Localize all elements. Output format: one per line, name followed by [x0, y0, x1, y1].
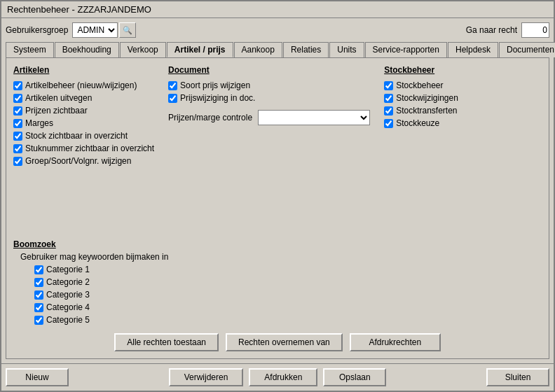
sluiten-button[interactable]: Sluiten [486, 368, 549, 386]
stockbeheer-check-3[interactable] [384, 119, 393, 128]
prijzen-marge-select[interactable] [258, 110, 370, 125]
artikelen-item-4[interactable]: Stock zichtbaar in overzicht [13, 131, 154, 141]
footer-bar: Nieuw Verwijderen Afdrukken Opslaan Slui… [1, 363, 554, 391]
artikelen-check-1[interactable] [13, 94, 22, 103]
document-check-1[interactable] [168, 94, 177, 103]
main-panel: Artikelen Artikelbeheer (nieuw/wijzigen)… [6, 57, 549, 359]
stockbeheer-column: Stockbeheer Stockbeheer Stockwijzigingen… [384, 65, 458, 231]
tab-helpdesk[interactable]: Helpdesk [448, 42, 498, 57]
afdrukken-button[interactable]: Afdrukken [249, 368, 317, 386]
boomzoek-check-3[interactable] [34, 303, 43, 312]
stockbeheer-item-1[interactable]: Stockwijzigingen [384, 93, 458, 103]
right-align: Ga naar recht [466, 22, 549, 38]
boomzoek-item-0[interactable]: Categorie 1 [34, 265, 542, 274]
prijzen-marge-row: Prijzen/marge controle [168, 110, 370, 125]
stockbeheer-item-2[interactable]: Stocktransferten [384, 106, 458, 115]
boomzoek-item-1[interactable]: Categorie 2 [34, 277, 542, 287]
boomzoek-subtitle: Gebruiker mag keywoorden bijmaken in [20, 252, 542, 262]
artikelen-item-3[interactable]: Marges [13, 118, 154, 128]
bottom-buttons: Alle rechten toestaan Rechten overnemen … [13, 333, 542, 351]
gebruikersgroep-select[interactable]: ADMIN [72, 22, 118, 38]
top-row: Gebruikersgroep ADMIN 🔍 Ga naar recht [6, 22, 549, 38]
boomzoek-check-2[interactable] [34, 290, 43, 300]
content-area: Gebruikersgroep ADMIN 🔍 Ga naar recht Sy… [1, 18, 554, 363]
artikelen-column: Artikelen Artikelbeheer (nieuw/wijzigen)… [13, 65, 154, 231]
artikelen-item-5[interactable]: Stuknummer zichtbaar in overzicht [13, 144, 154, 153]
opslaan-button[interactable]: Opslaan [323, 368, 386, 386]
boomzoek-items: Categorie 1 Categorie 2 Categorie 3 Cate… [34, 265, 542, 325]
tab-artikel-prijs[interactable]: Artikel / prijs [167, 42, 233, 57]
boomzoek-check-4[interactable] [34, 316, 43, 325]
gebruikersgroep-label: Gebruikersgroep [6, 25, 68, 35]
document-check-0[interactable] [168, 81, 177, 90]
tab-relaties[interactable]: Relaties [283, 42, 329, 57]
verwijderen-button[interactable]: Verwijderen [169, 368, 244, 386]
boomzoek-check-0[interactable] [34, 265, 43, 274]
artikelen-check-2[interactable] [13, 106, 22, 115]
boomzoek-section: Boomzoek Gebruiker mag keywoorden bijmak… [13, 239, 542, 325]
boomzoek-item-3[interactable]: Categorie 4 [34, 302, 542, 312]
search-button[interactable]: 🔍 [119, 22, 136, 38]
tabs-row: Systeem Boekhouding Verkoop Artikel / pr… [6, 42, 549, 57]
document-item-0[interactable]: Soort prijs wijzigen [168, 80, 370, 90]
artikelen-check-4[interactable] [13, 132, 22, 141]
ga-naar-recht-label: Ga naar recht [466, 25, 517, 35]
tab-documenten[interactable]: Documenten [499, 42, 555, 57]
document-item-1[interactable]: Prijswijziging in doc. [168, 93, 370, 103]
tab-aankoop[interactable]: Aankoop [234, 42, 282, 57]
boomzoek-item-2[interactable]: Categorie 3 [34, 290, 542, 300]
stockbeheer-item-3[interactable]: Stockkeuze [384, 118, 458, 128]
boomzoek-check-1[interactable] [34, 278, 43, 287]
stockbeheer-item-0[interactable]: Stockbeheer [384, 80, 458, 90]
alle-rechten-button[interactable]: Alle rechten toestaan [114, 333, 219, 351]
nieuw-button[interactable]: Nieuw [6, 368, 69, 386]
tab-verkoop[interactable]: Verkoop [120, 42, 166, 57]
gebruikersgroep-container: ADMIN 🔍 [72, 22, 136, 38]
stockbeheer-check-0[interactable] [384, 81, 393, 90]
afdrukrechten-button[interactable]: Afdrukrechten [350, 333, 441, 351]
artikelen-header: Artikelen [13, 65, 154, 75]
boomzoek-title: Boomzoek [13, 239, 542, 249]
stockbeheer-header: Stockbeheer [384, 65, 458, 75]
artikelen-check-3[interactable] [13, 119, 22, 128]
prijzen-marge-label: Prijzen/marge controle [168, 113, 252, 122]
tab-boekhouding[interactable]: Boekhouding [55, 42, 119, 57]
artikelen-check-5[interactable] [13, 144, 22, 153]
document-header: Document [168, 65, 370, 75]
document-column: Document Soort prijs wijzigen Prijswijzi… [168, 65, 370, 231]
title-bar: Rechtenbeheer - ZZZARJANDEMO [1, 1, 554, 18]
artikelen-item-2[interactable]: Prijzen zichtbaar [13, 106, 154, 115]
stockbeheer-check-1[interactable] [384, 94, 393, 103]
tab-service-rapporten[interactable]: Service-rapporten [365, 42, 447, 57]
main-window: Rechtenbeheer - ZZZARJANDEMO Gebruikersg… [0, 0, 555, 392]
window-title: Rechtenbeheer - ZZZARJANDEMO [7, 4, 151, 15]
ga-naar-recht-input[interactable] [521, 22, 549, 38]
permissions-grid: Artikelen Artikelbeheer (nieuw/wijzigen)… [13, 65, 542, 231]
rechten-overnemen-button[interactable]: Rechten overnemen van [226, 333, 343, 351]
artikelen-item-6[interactable]: Groep/Soort/Volgnr. wijzigen [13, 156, 154, 166]
artikelen-check-6[interactable] [13, 157, 22, 166]
artikelen-check-0[interactable] [13, 81, 22, 90]
stockbeheer-check-2[interactable] [384, 106, 393, 115]
tab-systeem[interactable]: Systeem [6, 42, 54, 57]
artikelen-item-1[interactable]: Artikelen uitvegen [13, 93, 154, 103]
boomzoek-item-4[interactable]: Categorie 5 [34, 315, 542, 325]
tab-units[interactable]: Units [329, 42, 364, 57]
artikelen-item-0[interactable]: Artikelbeheer (nieuw/wijzigen) [13, 80, 154, 90]
